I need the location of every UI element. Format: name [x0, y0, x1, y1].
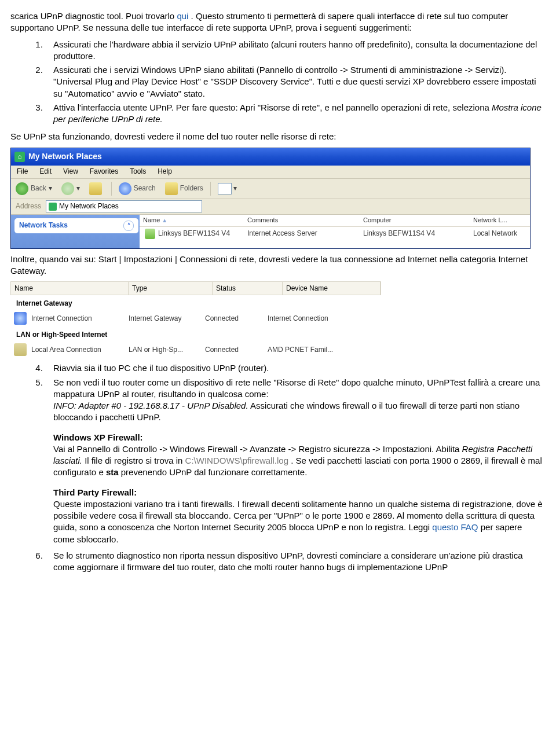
- list-item[interactable]: Internet Connection Internet Gateway Con…: [10, 310, 381, 326]
- address-bar: Address My Network Places: [11, 199, 530, 215]
- wxp-path: C:\WINDOWS\pfirewall.log: [185, 456, 288, 465]
- step-5-info: INFO: Adapter #0 - 192.168.8.17 - UPnP D…: [53, 401, 248, 410]
- menu-bar: File Edit View Favorites Tools Help: [11, 166, 530, 179]
- step-3: Attiva l'interfaccia utente UPnP. Per fa…: [45, 102, 546, 126]
- address-field[interactable]: My Network Places: [46, 200, 202, 212]
- intro-text-1: scarica UPnP diagnostic tool. Puoi trova…: [10, 11, 177, 21]
- nc-col-name[interactable]: Name: [11, 282, 129, 295]
- step-2: Assicurati che i servizi Windows UPnP si…: [45, 64, 546, 100]
- wxp-text4: prevenendo UPnP dal funzionare correttam…: [121, 467, 308, 477]
- step-4: Riavvia sia il tuo PC che il tuo disposi…: [45, 362, 546, 374]
- menu-favorites[interactable]: Favorites: [84, 167, 124, 176]
- chevron-down-icon: ▾: [76, 184, 80, 193]
- up-folder-icon: [89, 182, 102, 195]
- forward-button[interactable]: ▾: [57, 182, 85, 195]
- window-content: Network Tasks ˄ Name▲ Comments Computer …: [11, 215, 530, 248]
- chevron-down-icon: ▾: [49, 184, 52, 193]
- chevron-down-icon: ▾: [233, 184, 237, 193]
- wxp-title: Windows XP Firewall:: [53, 432, 143, 442]
- list-header: Name▲ Comments Computer Network L...: [140, 215, 530, 227]
- lan-icon: [14, 343, 27, 356]
- menu-view[interactable]: View: [57, 167, 84, 176]
- address-value: My Network Places: [59, 201, 119, 211]
- nc-col-status[interactable]: Status: [213, 282, 283, 295]
- separator: [111, 182, 112, 196]
- chevron-up-icon: ˄: [123, 221, 134, 231]
- step-5-text: Se non vedi il tuo router come un dispos…: [53, 377, 540, 399]
- address-icon: [49, 203, 57, 211]
- search-label: Search: [134, 184, 156, 193]
- list-view: Name▲ Comments Computer Network L... Lin…: [140, 215, 530, 248]
- nc-col-device[interactable]: Device Name: [283, 282, 381, 295]
- steps-list: Assicurati che l'hardware abbia il servi…: [10, 39, 546, 126]
- row-comments: Internet Access Server: [247, 229, 363, 238]
- menu-edit[interactable]: Edit: [34, 167, 57, 176]
- step-3-text: Attiva l'interfaccia utente UPnP. Per fa…: [53, 102, 492, 112]
- views-button[interactable]: ▾: [213, 183, 242, 194]
- network-tasks-panel[interactable]: Network Tasks ˄: [14, 218, 138, 233]
- nc2-device: AMD PCNET Famil...: [268, 345, 381, 354]
- up-button[interactable]: [85, 182, 109, 195]
- nc1-type: Internet Gateway: [129, 314, 205, 323]
- sort-asc-icon: ▲: [162, 217, 167, 223]
- steps-list-2: Riavvia sia il tuo PC che il tuo disposi…: [10, 362, 546, 573]
- folders-label: Folders: [180, 184, 203, 193]
- thirdparty-title: Third Party Firewall:: [53, 487, 137, 497]
- col-network[interactable]: Network L...: [473, 216, 530, 225]
- category-internet-gateway: Internet Gateway: [10, 295, 381, 310]
- row-computer: Linksys BEFW11S4 V4: [363, 229, 473, 238]
- col-comments[interactable]: Comments: [247, 216, 363, 225]
- toolbar: Back ▾ ▾ Search Folders ▾: [11, 179, 530, 199]
- nc-header: Name Type Status Device Name: [10, 281, 381, 295]
- forward-icon: [61, 182, 74, 195]
- nc2-status: Connected: [205, 345, 268, 354]
- link-qui[interactable]: qui: [177, 11, 188, 21]
- globe-icon: [14, 312, 27, 325]
- window-titlebar: ⌂ My Network Places: [11, 148, 530, 166]
- my-network-places-window: ⌂ My Network Places File Edit View Favor…: [10, 148, 531, 249]
- wxp-text2: Il file di registro si trova in: [85, 456, 185, 465]
- row-network: Local Network: [473, 229, 530, 238]
- list-item[interactable]: Local Area Connection LAN or High-Sp... …: [10, 342, 381, 358]
- intro-paragraph: scarica UPnP diagnostic tool. Puoi trova…: [10, 10, 546, 34]
- nc1-status: Connected: [205, 314, 268, 323]
- nc2-type: LAN or High-Sp...: [129, 345, 205, 354]
- nc-col-type[interactable]: Type: [129, 282, 213, 295]
- folders-icon: [165, 182, 178, 195]
- window-title: My Network Places: [28, 151, 102, 162]
- network-places-icon: ⌂: [14, 152, 25, 162]
- back-button[interactable]: Back ▾: [11, 182, 57, 195]
- col-name[interactable]: Name▲: [140, 216, 247, 225]
- menu-help[interactable]: Help: [152, 167, 178, 176]
- search-button[interactable]: Search: [114, 182, 160, 195]
- list-item[interactable]: Linksys BEFW11S4 V4 Internet Access Serv…: [140, 227, 530, 241]
- nc1-name: Internet Connection: [31, 314, 129, 323]
- step-1: Assicurati che l'hardware abbia il servi…: [45, 39, 546, 63]
- nc1-device: Internet Connection: [268, 314, 381, 323]
- sidebar: Network Tasks ˄: [11, 215, 140, 248]
- wxp-text1: Vai al Pannello di Controllo -> Windows …: [53, 444, 462, 454]
- device-icon: [145, 229, 155, 239]
- menu-file[interactable]: File: [11, 167, 34, 176]
- row-name: Linksys BEFW11S4 V4: [158, 229, 230, 238]
- nc2-name: Local Area Connection: [31, 345, 129, 354]
- wxp-sta: sta: [106, 467, 119, 477]
- search-icon: [119, 182, 131, 195]
- category-lan: LAN or High-Speed Internet: [10, 326, 381, 342]
- after-steps-text: Se UPnP sta funzionando, dovresti vedere…: [10, 131, 546, 142]
- folders-button[interactable]: Folders: [160, 182, 208, 195]
- separator: [210, 182, 211, 196]
- back-label: Back: [31, 184, 46, 193]
- step-6: Se lo strumento diagnostico non riporta …: [45, 550, 546, 574]
- col-computer[interactable]: Computer: [363, 216, 473, 225]
- network-tasks-label: Network Tasks: [19, 221, 68, 230]
- middle-paragraph: Inoltre, quando vai su: Start | Impostaz…: [10, 254, 546, 277]
- menu-tools[interactable]: Tools: [124, 167, 152, 176]
- link-faq[interactable]: questo FAQ: [432, 522, 478, 532]
- address-label: Address: [11, 201, 46, 211]
- network-connections-list: Name Type Status Device Name Internet Ga…: [10, 281, 381, 358]
- views-icon: [218, 183, 232, 194]
- back-icon: [16, 182, 28, 195]
- step-5: Se non vedi il tuo router come un dispos…: [45, 377, 546, 545]
